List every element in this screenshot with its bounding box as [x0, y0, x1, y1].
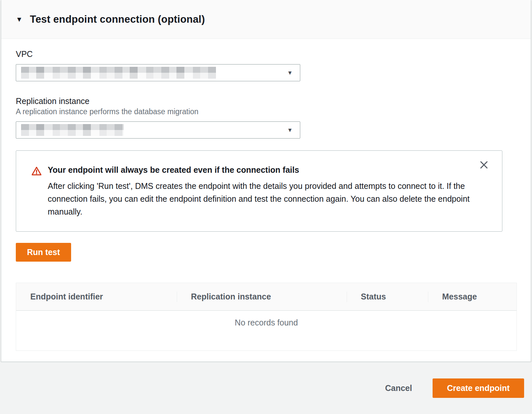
- column-header-endpoint-identifier: Endpoint identifier: [16, 283, 177, 310]
- column-header-message: Message: [428, 283, 517, 310]
- test-results-table: Endpoint identifier Replication instance…: [16, 283, 517, 351]
- column-header-status: Status: [347, 283, 428, 310]
- vpc-redacted-value: [21, 67, 216, 79]
- chevron-down-icon: ▼: [287, 70, 293, 76]
- column-header-replication-instance: Replication instance: [177, 283, 347, 310]
- replication-instance-select[interactable]: ▼: [16, 121, 300, 139]
- table-empty-state: No records found: [16, 311, 517, 350]
- section-expander-header[interactable]: ▼ Test endpoint connection (optional): [1, 0, 531, 39]
- test-endpoint-section: ▼ Test endpoint connection (optional) VP…: [1, 0, 531, 362]
- page: ▼ Test endpoint connection (optional) VP…: [0, 0, 532, 414]
- warning-triangle-icon: [31, 166, 42, 178]
- run-test-button[interactable]: Run test: [16, 243, 71, 262]
- section-body: VPC ▼ Replication instance A replication…: [1, 39, 531, 351]
- expander-triangle-icon: ▼: [16, 16, 23, 23]
- replication-instance-description: A replication instance performs the data…: [16, 107, 516, 116]
- warning-title: Your endpoint will always be created eve…: [48, 165, 299, 175]
- table-header-row: Endpoint identifier Replication instance…: [16, 283, 517, 311]
- vpc-select[interactable]: ▼: [16, 64, 300, 81]
- section-title: Test endpoint connection (optional): [30, 13, 205, 25]
- chevron-down-icon: ▼: [287, 127, 293, 133]
- vpc-label: VPC: [16, 49, 516, 59]
- create-endpoint-button[interactable]: Create endpoint: [433, 378, 524, 398]
- warning-message: After clicking 'Run test', DMS creates t…: [48, 180, 470, 218]
- close-icon[interactable]: [478, 159, 490, 170]
- replication-instance-label: Replication instance: [16, 96, 516, 106]
- form-actions-footer: Cancel Create endpoint: [0, 362, 532, 414]
- cancel-button[interactable]: Cancel: [382, 379, 415, 398]
- replication-instance-redacted-value: [21, 124, 124, 136]
- warning-banner: Your endpoint will always be created eve…: [16, 150, 502, 232]
